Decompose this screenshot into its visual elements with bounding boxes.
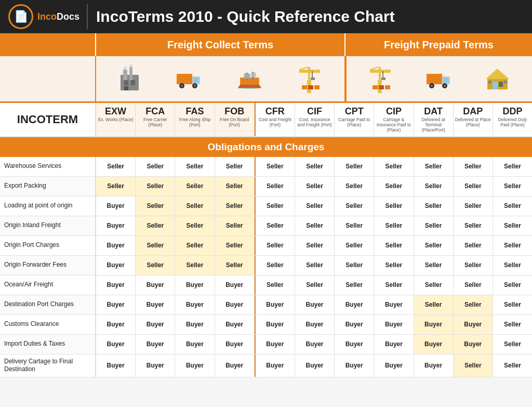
cell-seller: Seller bbox=[454, 157, 493, 176]
cell-buyer: Buyer bbox=[136, 295, 175, 314]
cell-seller: Seller bbox=[454, 256, 493, 275]
svg-rect-27 bbox=[302, 85, 307, 89]
collect-illustrations bbox=[96, 56, 345, 101]
row-cells: BuyerSellerSellerSellerSellerSellerSelle… bbox=[96, 236, 532, 255]
page-title: IncoTerms 2010 - Quick Reference Chart bbox=[96, 8, 395, 25]
row-label: Origin Port Charges bbox=[0, 236, 96, 255]
prepaid-illustrations bbox=[347, 56, 532, 101]
cell-seller: Seller bbox=[136, 157, 175, 176]
logo-icon: 📄 bbox=[8, 4, 33, 29]
crane-illustration bbox=[297, 64, 323, 93]
cell-seller: Seller bbox=[374, 216, 414, 235]
cell-seller: Seller bbox=[414, 177, 454, 196]
cell-buyer: Buyer bbox=[335, 315, 374, 334]
cell-buyer: Buyer bbox=[374, 335, 414, 354]
svg-rect-10 bbox=[193, 77, 199, 83]
cell-buyer: Buyer bbox=[215, 355, 255, 377]
svg-rect-1 bbox=[123, 70, 127, 80]
factory-illustration bbox=[118, 64, 141, 93]
cell-seller: Seller bbox=[454, 236, 493, 255]
incoterm-code-fas: FASFree Along Ship (Port) bbox=[175, 103, 215, 136]
svg-rect-48 bbox=[493, 82, 498, 89]
row-label: Loading at point of origin bbox=[0, 196, 96, 216]
cell-seller: Seller bbox=[414, 196, 454, 216]
cell-seller: Seller bbox=[493, 196, 532, 216]
cell-seller: Seller bbox=[454, 196, 493, 216]
cell-buyer: Buyer bbox=[256, 315, 295, 334]
cell-buyer: Buyer bbox=[454, 315, 493, 334]
row-cells: BuyerSellerSellerSellerSellerSellerSelle… bbox=[96, 196, 532, 216]
svg-point-44 bbox=[431, 85, 433, 87]
cell-buyer: Buyer bbox=[256, 295, 295, 314]
svg-rect-15 bbox=[240, 77, 259, 85]
table-row: Origin Port ChargesBuyerSellerSellerSell… bbox=[0, 236, 532, 256]
prepaid-truck-illustration bbox=[424, 69, 453, 89]
cell-buyer: Buyer bbox=[295, 335, 335, 354]
freight-header: Freight Collect Terms Freight Prepaid Te… bbox=[0, 33, 532, 56]
cell-seller: Seller bbox=[215, 236, 255, 255]
cell-buyer: Buyer bbox=[96, 216, 136, 235]
incoterm-code-fob: FOBFree On Board (Port) bbox=[215, 103, 255, 136]
cell-seller: Seller bbox=[295, 196, 335, 216]
cell-buyer: Buyer bbox=[414, 315, 454, 334]
incoterm-code-cip: CIPCarriage & Insurance Paid to (Place) bbox=[374, 103, 414, 136]
row-cells: BuyerBuyerBuyerBuyerSellerSellerSellerSe… bbox=[96, 275, 532, 295]
row-cells: SellerSellerSellerSellerSellerSellerSell… bbox=[96, 177, 532, 196]
cell-buyer: Buyer bbox=[175, 295, 215, 314]
ship-illustration bbox=[235, 67, 264, 90]
incoterm-code-fca: FCAFree Carrier (Place) bbox=[136, 103, 175, 136]
cell-buyer: Buyer bbox=[215, 315, 255, 334]
row-label: Destination Port Charges bbox=[0, 295, 96, 314]
cell-seller: Seller bbox=[335, 275, 374, 295]
incoterm-codes-row: INCOTERM EXWEx. Works (Place)FCAFree Car… bbox=[0, 103, 532, 137]
row-cells: SellerSellerSellerSellerSellerSellerSell… bbox=[96, 157, 532, 176]
cell-seller: Seller bbox=[335, 196, 374, 216]
svg-point-6 bbox=[124, 67, 127, 70]
cell-buyer: Buyer bbox=[215, 335, 255, 354]
row-label: Delivery Cartage to Final Destination bbox=[0, 355, 96, 377]
cell-seller: Seller bbox=[295, 157, 335, 176]
cell-buyer: Buyer bbox=[335, 335, 374, 354]
cell-seller: Seller bbox=[454, 177, 493, 196]
incoterm-code-cpt: CPTCarriage Paid to (Place) bbox=[335, 103, 374, 136]
cell-buyer: Buyer bbox=[175, 335, 215, 354]
svg-rect-39 bbox=[427, 74, 442, 84]
cell-buyer: Buyer bbox=[96, 295, 136, 314]
cell-buyer: Buyer bbox=[256, 335, 295, 354]
cell-seller: Seller bbox=[96, 157, 136, 176]
cell-buyer: Buyer bbox=[295, 355, 335, 377]
cell-seller: Seller bbox=[493, 315, 532, 334]
cell-seller: Seller bbox=[414, 275, 454, 295]
cell-seller: Seller bbox=[136, 216, 175, 235]
cell-seller: Seller bbox=[493, 216, 532, 235]
incoterm-code-cfr: CFRCost and Freight (Port) bbox=[256, 103, 295, 136]
row-label: Origin Forwarder Fees bbox=[0, 256, 96, 275]
row-cells: BuyerBuyerBuyerBuyerBuyerBuyerBuyerBuyer… bbox=[96, 355, 532, 377]
cell-buyer: Buyer bbox=[96, 315, 136, 334]
row-cells: BuyerBuyerBuyerBuyerBuyerBuyerBuyerBuyer… bbox=[96, 335, 532, 354]
cell-buyer: Buyer bbox=[96, 335, 136, 354]
table-row: Export PackingSellerSellerSellerSellerSe… bbox=[0, 177, 532, 196]
cell-buyer: Buyer bbox=[96, 196, 136, 216]
cell-seller: Seller bbox=[493, 256, 532, 275]
cell-seller: Seller bbox=[215, 256, 255, 275]
cell-seller: Seller bbox=[256, 216, 295, 235]
cell-seller: Seller bbox=[136, 177, 175, 196]
cell-buyer: Buyer bbox=[374, 315, 414, 334]
row-cells: BuyerSellerSellerSellerSellerSellerSelle… bbox=[96, 216, 532, 235]
table-row: Loading at point of originBuyerSellerSel… bbox=[0, 196, 532, 216]
cell-buyer: Buyer bbox=[175, 275, 215, 295]
freight-prepaid-label: Freight Prepaid Terms bbox=[345, 33, 532, 56]
svg-rect-2 bbox=[129, 67, 132, 80]
cell-seller: Seller bbox=[175, 177, 215, 196]
row-label: Customs Clearance bbox=[0, 315, 96, 334]
cell-buyer: Buyer bbox=[136, 335, 175, 354]
cell-seller: Seller bbox=[136, 236, 175, 255]
cell-seller: Seller bbox=[136, 196, 175, 216]
svg-rect-23 bbox=[308, 67, 310, 83]
svg-rect-18 bbox=[244, 74, 250, 78]
svg-rect-4 bbox=[131, 80, 135, 85]
cell-seller: Seller bbox=[335, 216, 374, 235]
svg-marker-16 bbox=[238, 85, 262, 88]
cell-seller: Seller bbox=[256, 177, 295, 196]
